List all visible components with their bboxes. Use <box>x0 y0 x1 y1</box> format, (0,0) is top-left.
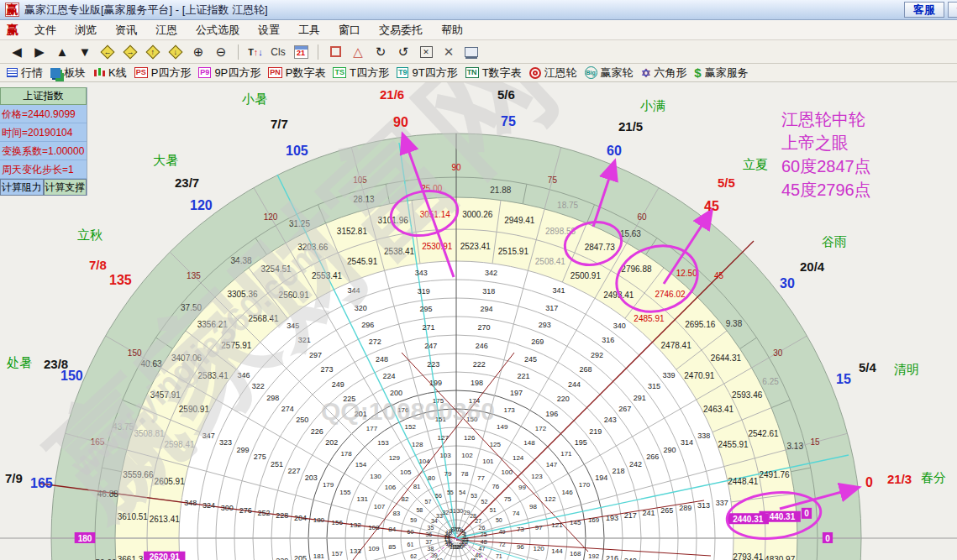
partial-button[interactable]: 讠 <box>948 2 957 18</box>
p-number-table[interactable]: PNP数字表 <box>268 65 325 81</box>
gann-wheel[interactable]: 江恩轮 <box>529 65 577 81</box>
gann-wheel-chart-area[interactable]: 0153045607590105120135150165180195210225… <box>0 82 957 560</box>
quote-symbol-title: 上证指数 <box>0 87 87 105</box>
spiral-number: 171 <box>560 450 572 458</box>
square-tool-icon[interactable] <box>325 43 345 61</box>
percent-label: 9.38 <box>726 319 743 328</box>
sectors[interactable]: 板块 <box>50 65 86 81</box>
spiral-number: 73 <box>517 526 524 533</box>
spiral-number: 294 <box>480 305 492 313</box>
wheel-outer-label: 谷雨 <box>822 235 847 248</box>
pointer-down-icon[interactable]: ▼ <box>75 43 95 61</box>
rotate-ccw-icon[interactable]: ↺ <box>393 43 413 61</box>
price-outer-label: 2695.16 <box>685 320 716 329</box>
rotate-cw-icon[interactable]: ↻ <box>371 43 391 61</box>
p-square-label: P四方形 <box>151 65 192 81</box>
hexagon[interactable]: ✡六角形 <box>641 65 687 81</box>
spiral-number: 156 <box>332 519 344 526</box>
spiral-number: 227 <box>287 467 300 475</box>
percent-label: 18.75 <box>557 201 578 210</box>
quote-row-1: 价格=2440.9099 <box>0 105 87 123</box>
menu-item-10[interactable]: 帮助 <box>432 23 472 38</box>
spiral-number: 249 <box>332 380 344 389</box>
price-outer-label: 2746.02 <box>655 290 686 299</box>
spiral-number: 104 <box>418 458 430 465</box>
percent-label: 12.50 <box>676 269 697 278</box>
menu-item-4[interactable]: 江恩 <box>146 23 187 38</box>
screen-icon[interactable] <box>461 43 481 61</box>
wheel-outer-label: 45 <box>704 200 719 213</box>
spiral-number: 267 <box>618 405 631 413</box>
p-square-icon: PS <box>134 67 148 78</box>
prev-icon[interactable]: ◀ <box>7 43 27 61</box>
menu-item-8[interactable]: 窗口 <box>329 23 370 38</box>
spiral-number: 32 <box>442 510 449 516</box>
spiral-number: 317 <box>545 304 558 312</box>
next-icon[interactable]: ▶ <box>29 43 50 61</box>
shift-up-icon[interactable]: ↑ <box>143 43 163 61</box>
9p-square[interactable]: P99P四方形 <box>198 65 260 81</box>
spiral-number: 200 <box>390 389 402 397</box>
triangle-tool-icon[interactable]: △ <box>348 43 368 61</box>
crosshair-icon[interactable]: ✕ <box>439 43 459 61</box>
clear-box-icon[interactable]: ✕ <box>416 43 436 61</box>
market-quotes-label: 行情 <box>21 65 43 81</box>
market-quotes[interactable]: 行情 <box>7 65 43 81</box>
zoom-out-icon[interactable]: ⊖ <box>211 43 231 61</box>
p-square[interactable]: PSP四方形 <box>134 65 192 81</box>
spiral-number: 289 <box>679 504 691 512</box>
kline[interactable]: K线 <box>93 65 127 81</box>
spiral-number: 216 <box>606 554 618 560</box>
shift-down-icon[interactable]: ↓ <box>166 43 186 61</box>
calc-support-button[interactable]: 计算支撑 <box>44 179 87 196</box>
pointer-up-icon[interactable]: ▲ <box>52 43 72 61</box>
spiral-number: 265 <box>660 506 673 515</box>
calc-resistance-button[interactable]: 计算阻力 <box>0 179 44 196</box>
customer-service-button[interactable]: 客服 <box>904 2 944 18</box>
spiral-number: 168 <box>570 550 581 557</box>
percent-label: 15.63 <box>620 229 641 238</box>
wheel-outer-label: 30 <box>780 277 795 290</box>
menu-item-6[interactable]: 设置 <box>249 23 289 38</box>
shift-left-icon[interactable]: ← <box>97 43 118 61</box>
9t-square[interactable]: T99T四方形 <box>397 65 458 81</box>
calendar-icon[interactable]: 21 <box>291 43 311 61</box>
spiral-number: 74 <box>513 510 520 517</box>
menu-item-5[interactable]: 公式选股 <box>187 23 249 38</box>
shift-up-icon-shape: ↑ <box>146 44 160 59</box>
spiral-number: 270 <box>478 323 491 332</box>
t-number-table-icon: TN <box>465 67 479 78</box>
spiral-number: 157 <box>332 550 344 557</box>
menu-item-3[interactable]: 资讯 <box>106 23 146 38</box>
spiral-number: 179 <box>323 481 334 489</box>
price-inner-label: 2470.91 <box>684 371 715 380</box>
wheel-outer-label: 21/3 <box>887 473 912 485</box>
spiral-number: 246 <box>476 342 488 350</box>
spiral-number: 194 <box>595 474 607 482</box>
price-inner-label: 2485.91 <box>634 314 665 323</box>
menu-item-9[interactable]: 交易委托 <box>370 23 432 38</box>
wheel-outer-label: 清明 <box>894 363 919 375</box>
spiral-number: 250 <box>296 416 308 424</box>
time-updown-icon[interactable]: T↑↓ <box>245 43 266 61</box>
zoom-in-icon[interactable]: ⊕ <box>188 43 208 61</box>
menu-item-7[interactable]: 工具 <box>289 23 329 38</box>
wheel-outer-label: 15 <box>836 373 851 386</box>
menu-item-1[interactable]: 文件 <box>25 23 66 38</box>
shift-right-icon[interactable]: → <box>120 43 140 61</box>
t-number-table[interactable]: TNT数字表 <box>465 65 522 81</box>
spiral-number: 97 <box>535 524 543 531</box>
spiral-number: 155 <box>339 489 351 496</box>
winner-service[interactable]: $赢家服务 <box>694 65 748 81</box>
menu-item-2[interactable]: 浏览 <box>66 23 106 38</box>
degree-label: 45 <box>714 271 724 280</box>
spiral-number: 338 <box>697 432 710 440</box>
cls-button[interactable]: Cls <box>268 43 288 61</box>
t-square[interactable]: TST四方形 <box>333 65 388 81</box>
wheel-outer-label: 75 <box>501 115 516 128</box>
spiral-number: 229 <box>276 557 288 560</box>
wheel-outer-label: 立夏 <box>743 158 768 170</box>
winner-wheel[interactable]: Big赢家轮 <box>585 65 634 81</box>
spiral-number: 101 <box>482 458 494 465</box>
spiral-number: 276 <box>239 506 252 515</box>
